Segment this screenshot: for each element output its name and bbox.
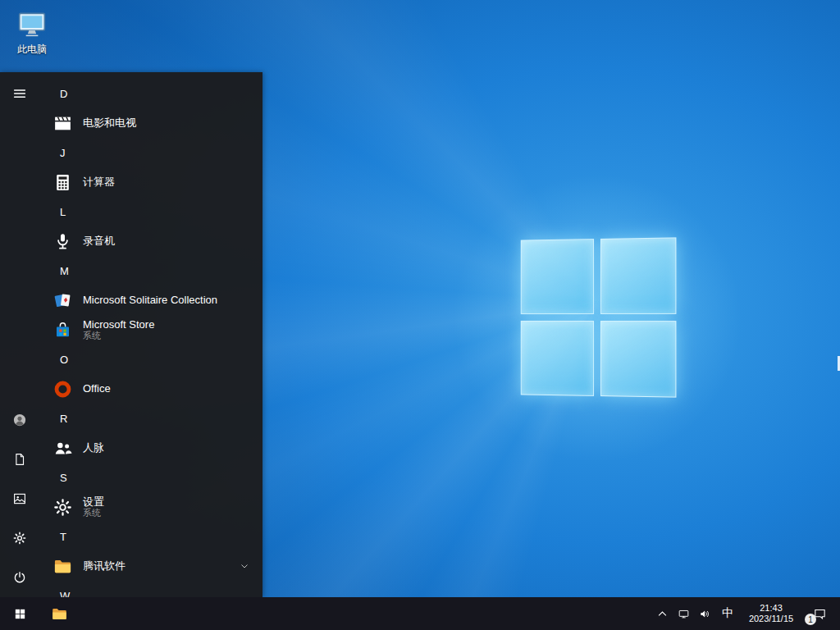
app-group-letter-W[interactable]: W bbox=[39, 581, 262, 597]
windows-logo bbox=[521, 237, 677, 397]
network-icon bbox=[678, 608, 690, 620]
app-label: 设置 bbox=[83, 495, 104, 508]
app-label: 计算器 bbox=[83, 176, 115, 188]
calculator-icon bbox=[49, 169, 75, 195]
app-text: 录音机 bbox=[83, 235, 115, 247]
movies-tv-icon bbox=[49, 110, 75, 136]
app-text: 电影和电视 bbox=[83, 116, 136, 129]
people-icon bbox=[49, 435, 75, 461]
app-label: Office bbox=[83, 382, 111, 395]
app-group-letter-label: M bbox=[60, 265, 69, 277]
app-subtitle: 系统 bbox=[83, 508, 104, 518]
gear-icon bbox=[12, 531, 27, 546]
gear-icon bbox=[49, 494, 75, 520]
app-group-letter-label: L bbox=[60, 206, 66, 218]
app-label: 腾讯软件 bbox=[83, 559, 126, 572]
volume-button[interactable] bbox=[694, 597, 715, 630]
app-group-letter-O[interactable]: O bbox=[39, 345, 262, 374]
start-app-list: D电影和电视J计算器L录音机MMicrosoft Solitaire Colle… bbox=[39, 72, 262, 597]
app-item[interactable]: 设置系统 bbox=[39, 492, 262, 522]
hamburger-icon bbox=[12, 86, 27, 101]
app-text: Office bbox=[83, 382, 111, 395]
app-group-letter-label: W bbox=[60, 590, 70, 598]
app-text: 设置系统 bbox=[83, 495, 104, 518]
app-group-letter-M[interactable]: M bbox=[39, 256, 262, 285]
windows-logo-pane bbox=[600, 321, 676, 398]
app-group-letter-label: J bbox=[60, 147, 66, 159]
clock-date: 2023/11/15 bbox=[749, 614, 793, 624]
app-group-letter-label: O bbox=[60, 354, 68, 366]
document-icon bbox=[12, 452, 27, 467]
start-menu: D电影和电视J计算器L录音机MMicrosoft Solitaire Colle… bbox=[0, 72, 262, 597]
taskbar-spacer bbox=[79, 597, 651, 630]
app-group-letter-label: D bbox=[60, 88, 67, 100]
app-group-letter-label: R bbox=[60, 413, 67, 425]
power-button[interactable] bbox=[0, 558, 39, 597]
taskbar: 中 21:43 2023/11/15 1 bbox=[0, 597, 840, 630]
app-group-letter-label: T bbox=[60, 531, 66, 543]
windows-logo-pane bbox=[600, 237, 676, 314]
windows-logo-pane bbox=[521, 321, 594, 396]
app-group-letter-J[interactable]: J bbox=[39, 138, 262, 167]
app-text: Microsoft Solitaire Collection bbox=[83, 294, 217, 306]
clock[interactable]: 21:43 2023/11/15 bbox=[740, 597, 802, 630]
user-icon bbox=[12, 413, 27, 427]
app-group-letter-R[interactable]: R bbox=[39, 404, 262, 433]
app-item[interactable]: Microsoft Solitaire Collection bbox=[39, 285, 262, 315]
app-label: 录音机 bbox=[83, 235, 115, 247]
app-text: 计算器 bbox=[83, 176, 115, 188]
start-button[interactable] bbox=[0, 597, 39, 630]
documents-button[interactable] bbox=[0, 440, 39, 479]
start-menu-rail bbox=[0, 72, 39, 597]
app-group-letter-S[interactable]: S bbox=[39, 463, 262, 492]
chevron-down-icon[interactable] bbox=[240, 561, 249, 571]
app-text: 人脉 bbox=[83, 441, 104, 454]
desktop-icon-label: 此电脑 bbox=[17, 43, 47, 57]
notification-badge: 1 bbox=[805, 614, 816, 625]
pictures-icon bbox=[12, 491, 27, 506]
clock-time: 21:43 bbox=[760, 603, 783, 614]
app-label: 人脉 bbox=[83, 441, 104, 454]
voice-recorder-icon bbox=[49, 228, 75, 254]
user-account-button[interactable] bbox=[0, 400, 39, 440]
chevron-up-icon bbox=[656, 608, 669, 620]
app-label: Microsoft Solitaire Collection bbox=[83, 294, 217, 306]
folder-icon bbox=[51, 605, 68, 623]
network-button[interactable] bbox=[673, 597, 694, 630]
app-label: Microsoft Store bbox=[83, 318, 154, 331]
app-group-letter-D[interactable]: D bbox=[39, 79, 262, 108]
file-explorer-button[interactable] bbox=[39, 597, 79, 630]
app-item[interactable]: Microsoft Store系统 bbox=[39, 315, 262, 345]
settings-button[interactable] bbox=[0, 518, 39, 558]
store-icon bbox=[49, 317, 75, 343]
folder-icon bbox=[49, 553, 75, 579]
menu-expand-button[interactable] bbox=[0, 74, 39, 113]
windows-logo-pane bbox=[521, 239, 594, 314]
app-group-letter-L[interactable]: L bbox=[39, 197, 262, 226]
app-item[interactable]: 计算器 bbox=[39, 167, 262, 197]
app-item[interactable]: 录音机 bbox=[39, 226, 262, 256]
app-item[interactable]: 人脉 bbox=[39, 433, 262, 463]
app-subtitle: 系统 bbox=[83, 331, 154, 341]
app-group-letter-label: S bbox=[60, 472, 67, 484]
ime-indicator[interactable]: 中 bbox=[715, 597, 740, 630]
system-tray: 中 21:43 2023/11/15 1 bbox=[651, 597, 840, 630]
speaker-icon bbox=[699, 608, 711, 620]
app-text: 腾讯软件 bbox=[83, 559, 126, 572]
action-center-button[interactable]: 1 bbox=[802, 597, 837, 630]
windows-logo-icon bbox=[13, 607, 27, 621]
app-group-letter-T[interactable]: T bbox=[39, 522, 262, 551]
office-icon bbox=[49, 376, 75, 402]
app-item[interactable]: 腾讯软件 bbox=[39, 551, 262, 581]
tray-expand-button[interactable] bbox=[651, 597, 673, 630]
app-label: 电影和电视 bbox=[83, 116, 136, 129]
pictures-button[interactable] bbox=[0, 479, 39, 518]
app-item[interactable]: Office bbox=[39, 374, 262, 404]
app-text: Microsoft Store系统 bbox=[83, 318, 154, 341]
desktop-icon-this-pc[interactable]: 此电脑 bbox=[7, 8, 57, 57]
start-menu-rail-bottom bbox=[0, 400, 39, 597]
ime-label: 中 bbox=[722, 606, 733, 621]
solitaire-icon bbox=[49, 287, 75, 313]
this-pc-icon bbox=[16, 8, 48, 41]
app-item[interactable]: 电影和电视 bbox=[39, 108, 262, 138]
